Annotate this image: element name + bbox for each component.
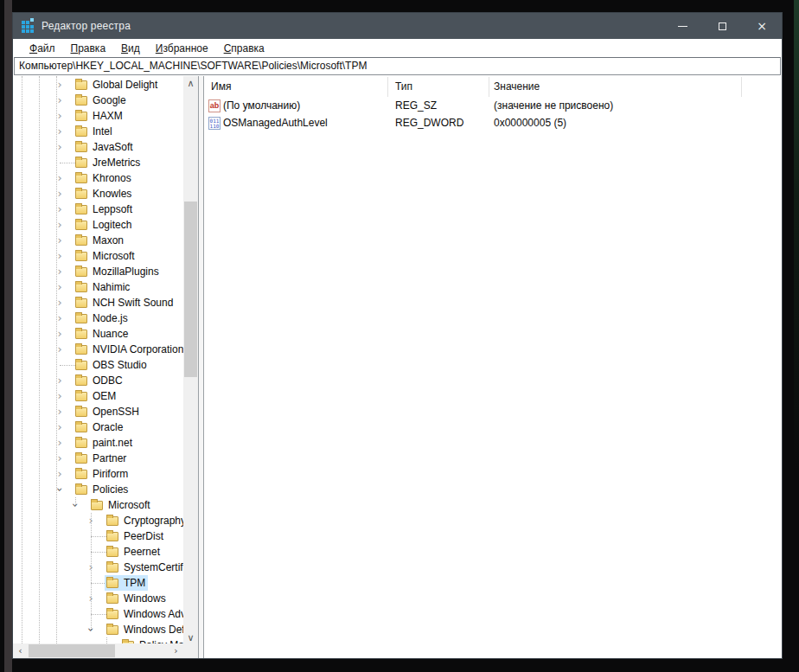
tree-item-node-js[interactable]: ›Node.js xyxy=(13,310,183,326)
chevron-right-icon[interactable]: › xyxy=(53,124,67,139)
tree-node[interactable]: Logitech xyxy=(74,217,134,233)
tree-node[interactable]: SystemCertific xyxy=(105,560,183,575)
tree-item-maxon[interactable]: ›Maxon xyxy=(13,233,183,248)
tree-node[interactable]: Windows Adva xyxy=(105,606,183,622)
chevron-right-icon[interactable]: › xyxy=(53,170,67,186)
tree-node[interactable]: paint.net xyxy=(74,435,135,451)
chevron-right-icon[interactable]: › xyxy=(53,217,67,233)
tree-item-nuance[interactable]: ›Nuance xyxy=(13,326,183,342)
tree-item-nch-swift-sound[interactable]: ›NCH Swift Sound xyxy=(13,295,183,310)
tree-node[interactable]: Maxon xyxy=(74,233,126,248)
tree-node[interactable]: Microsoft xyxy=(89,497,153,513)
horizontal-scroll-thumb[interactable] xyxy=(29,644,115,657)
chevron-right-icon[interactable]: › xyxy=(53,248,67,264)
tree-node[interactable]: NCH Swift Sound xyxy=(74,295,176,310)
chevron-right-icon[interactable]: › xyxy=(53,295,67,310)
tree-item-oracle[interactable]: ›Oracle xyxy=(13,419,183,435)
chevron-right-icon[interactable]: › xyxy=(53,202,67,217)
chevron-right-icon[interactable]: › xyxy=(53,466,67,482)
tree-item-nahimic[interactable]: ›Nahimic xyxy=(13,279,183,295)
vertical-scroll-thumb[interactable] xyxy=(184,202,197,377)
tree-node-selected[interactable]: TPM xyxy=(105,575,148,591)
chevron-right-icon[interactable]: › xyxy=(53,435,67,451)
tree-item-tpm[interactable]: TPM xyxy=(13,575,183,591)
chevron-right-icon[interactable]: › xyxy=(84,560,98,575)
tree-item-obs-studio[interactable]: OBS Studio xyxy=(13,357,183,373)
tree-item-global-delight[interactable]: ›Global Delight xyxy=(13,77,183,93)
column-separator[interactable] xyxy=(387,77,388,97)
tree-node[interactable]: Node.js xyxy=(74,310,131,326)
chevron-right-icon[interactable]: › xyxy=(53,233,67,248)
tree-item-odbc[interactable]: ›ODBC xyxy=(13,373,183,388)
chevron-right-icon[interactable]: › xyxy=(53,279,67,295)
chevron-right-icon[interactable]: › xyxy=(53,388,67,404)
tree-node[interactable]: Policies xyxy=(74,482,131,497)
menu-item-избранное[interactable]: Избранное xyxy=(148,42,216,54)
close-button[interactable]: × xyxy=(742,13,782,39)
tree-item-windows-defe[interactable]: ›Windows Defe xyxy=(13,622,183,637)
chevron-right-icon[interactable]: › xyxy=(53,326,67,342)
scroll-left-icon[interactable]: ‹ xyxy=(13,643,28,658)
tree-item-policies[interactable]: ›Policies xyxy=(13,482,183,497)
column-header-name[interactable]: Имя xyxy=(211,76,231,98)
tree-node[interactable]: JavaSoft xyxy=(74,139,136,155)
scroll-up-icon[interactable]: ∧ xyxy=(183,76,198,91)
tree-node[interactable]: Piriform xyxy=(74,466,131,482)
tree-node[interactable]: HAXM xyxy=(74,108,125,124)
tree-node[interactable]: Khronos xyxy=(74,170,134,186)
column-header-type[interactable]: Тип xyxy=(395,76,412,98)
tree-item-logitech[interactable]: ›Logitech xyxy=(13,217,183,233)
chevron-right-icon[interactable]: › xyxy=(53,264,67,279)
tree-node[interactable]: Knowles xyxy=(74,186,134,202)
chevron-right-icon[interactable]: › xyxy=(53,186,67,202)
tree-item-piriform[interactable]: ›Piriform xyxy=(13,466,183,482)
tree-item-paint-net[interactable]: ›paint.net xyxy=(13,435,183,451)
minimize-button[interactable] xyxy=(662,13,702,39)
tree-item-intel[interactable]: ›Intel xyxy=(13,124,183,139)
tree-node[interactable]: Oracle xyxy=(74,419,125,435)
tree-item-oem[interactable]: ›OEM xyxy=(13,388,183,404)
registry-value-row[interactable]: ab(По умолчанию)REG_SZ(значение не присв… xyxy=(204,98,782,115)
tree-item-windows-adva[interactable]: Windows Adva xyxy=(13,606,183,622)
tree-vertical-scrollbar[interactable]: ∧ ∨ xyxy=(183,76,198,645)
scroll-right-icon[interactable]: › xyxy=(169,643,183,658)
chevron-down-icon[interactable]: › xyxy=(52,483,67,496)
tree-node[interactable]: Peernet xyxy=(105,544,163,560)
tree-node[interactable]: Global Delight xyxy=(74,77,160,93)
chevron-right-icon[interactable]: › xyxy=(53,108,67,124)
chevron-right-icon[interactable]: › xyxy=(53,373,67,388)
tree-item-leppsoft[interactable]: ›Leppsoft xyxy=(13,202,183,217)
column-separator[interactable] xyxy=(741,77,742,97)
tree-item-haxm[interactable]: ›HAXM xyxy=(13,108,183,124)
tree-node[interactable]: OpenSSH xyxy=(74,404,142,419)
tree-node[interactable]: Windows Defe xyxy=(105,622,183,637)
tree-item-microsoft[interactable]: ›Microsoft xyxy=(13,497,183,513)
tree-node[interactable]: OBS Studio xyxy=(74,357,150,373)
tree-node[interactable]: JreMetrics xyxy=(74,155,143,170)
tree-node[interactable]: Leppsoft xyxy=(74,202,135,217)
tree-item-cryptography[interactable]: ›Cryptography xyxy=(13,513,183,528)
tree-node[interactable]: Windows xyxy=(105,591,169,606)
tree-node[interactable]: NVIDIA Corporation xyxy=(74,342,183,357)
column-separator[interactable] xyxy=(489,77,489,97)
chevron-down-icon[interactable]: › xyxy=(67,498,83,512)
tree-node[interactable]: Nuance xyxy=(74,326,131,342)
tree-item-javasoft[interactable]: ›JavaSoft xyxy=(13,139,183,155)
chevron-right-icon[interactable]: › xyxy=(53,451,67,466)
tree-node[interactable]: OEM xyxy=(74,388,118,404)
tree-item-systemcertific[interactable]: ›SystemCertific xyxy=(13,560,183,575)
tree-item-peernet[interactable]: Peernet xyxy=(13,544,183,560)
tree-node[interactable]: Partner xyxy=(74,451,129,466)
tree-horizontal-scrollbar[interactable]: ‹ › xyxy=(13,643,183,658)
tree-item-mozillaplugins[interactable]: ›MozillaPlugins xyxy=(13,264,183,279)
tree-item-khronos[interactable]: ›Khronos xyxy=(13,170,183,186)
menu-item-правка[interactable]: Правка xyxy=(63,42,114,54)
chevron-right-icon[interactable]: › xyxy=(53,77,67,93)
menu-item-справка[interactable]: Справка xyxy=(216,42,272,54)
tree-node[interactable]: ODBC xyxy=(74,373,125,388)
panel-splitter[interactable] xyxy=(198,76,204,658)
tree-item-peerdist[interactable]: PeerDist xyxy=(13,528,183,544)
tree-item-knowles[interactable]: ›Knowles xyxy=(13,186,183,202)
maximize-button[interactable] xyxy=(702,13,742,39)
tree-node[interactable]: PeerDist xyxy=(105,528,166,544)
